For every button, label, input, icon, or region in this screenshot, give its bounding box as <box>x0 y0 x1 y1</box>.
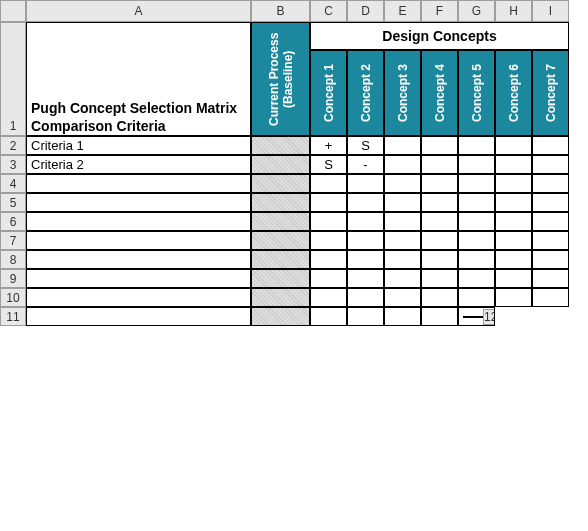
cell-G8[interactable] <box>458 250 495 269</box>
cell-E3[interactable] <box>384 155 421 174</box>
cell-F11[interactable] <box>421 307 458 326</box>
cell-E5[interactable] <box>384 193 421 212</box>
cell-B4[interactable] <box>251 174 310 193</box>
cell-H11[interactable] <box>463 316 473 318</box>
matrix-title[interactable]: Pugh Concept Selection Matrix Comparison… <box>26 22 251 136</box>
cell-C11[interactable] <box>310 307 347 326</box>
cell-E6[interactable] <box>384 212 421 231</box>
cell-G5[interactable] <box>458 193 495 212</box>
cell-A5[interactable] <box>26 193 251 212</box>
baseline-header[interactable]: Current Process (Baseline) <box>251 22 310 136</box>
row-header-3[interactable]: 3 <box>0 155 26 174</box>
cell-I11[interactable] <box>473 316 483 318</box>
cell-C3[interactable]: S <box>310 155 347 174</box>
cell-G6[interactable] <box>458 212 495 231</box>
cell-F2[interactable] <box>421 136 458 155</box>
cell-C4[interactable] <box>310 174 347 193</box>
cell-F4[interactable] <box>421 174 458 193</box>
cell-I3[interactable] <box>532 155 569 174</box>
cell-G9[interactable] <box>458 269 495 288</box>
cell-F8[interactable] <box>421 250 458 269</box>
cell-A3[interactable]: Criteria 2 <box>26 155 251 174</box>
cell-D3[interactable]: - <box>347 155 384 174</box>
cell-E8[interactable] <box>384 250 421 269</box>
cell-I9[interactable] <box>532 269 569 288</box>
cell-B7[interactable] <box>251 231 310 250</box>
cell-H5[interactable] <box>495 193 532 212</box>
row-header-12[interactable]: 12 <box>483 309 495 325</box>
col-header-E[interactable]: E <box>384 0 421 22</box>
cell-D8[interactable] <box>347 250 384 269</box>
row-header-7[interactable]: 7 <box>0 231 26 250</box>
cell-G3[interactable] <box>458 155 495 174</box>
concept-1-header[interactable]: Concept 1 <box>310 50 347 136</box>
concept-4-header[interactable]: Concept 4 <box>421 50 458 136</box>
cell-I8[interactable] <box>532 250 569 269</box>
cell-I6[interactable] <box>532 212 569 231</box>
row-header-2[interactable]: 2 <box>0 136 26 155</box>
row-header-6[interactable]: 6 <box>0 212 26 231</box>
col-header-H[interactable]: H <box>495 0 532 22</box>
row-header-9[interactable]: 9 <box>0 269 26 288</box>
cell-C9[interactable] <box>310 269 347 288</box>
cell-I7[interactable] <box>532 231 569 250</box>
cell-A10[interactable] <box>26 288 251 307</box>
cell-D9[interactable] <box>347 269 384 288</box>
cell-A11[interactable] <box>26 307 251 326</box>
cell-H6[interactable] <box>495 212 532 231</box>
cell-C5[interactable] <box>310 193 347 212</box>
cell-C8[interactable] <box>310 250 347 269</box>
cell-D7[interactable] <box>347 231 384 250</box>
col-header-I[interactable]: I <box>532 0 569 22</box>
cell-C6[interactable] <box>310 212 347 231</box>
cell-F6[interactable] <box>421 212 458 231</box>
cell-I10[interactable] <box>532 288 569 307</box>
concept-7-header[interactable]: Concept 7 <box>532 50 569 136</box>
cell-D4[interactable] <box>347 174 384 193</box>
cell-F10[interactable] <box>421 288 458 307</box>
col-header-C[interactable]: C <box>310 0 347 22</box>
cell-B2[interactable] <box>251 136 310 155</box>
cell-B8[interactable] <box>251 250 310 269</box>
cell-A4[interactable] <box>26 174 251 193</box>
cell-C2[interactable]: + <box>310 136 347 155</box>
concept-3-header[interactable]: Concept 3 <box>384 50 421 136</box>
cell-D2[interactable]: S <box>347 136 384 155</box>
cell-E4[interactable] <box>384 174 421 193</box>
cell-E2[interactable] <box>384 136 421 155</box>
cell-F5[interactable] <box>421 193 458 212</box>
row-header-11[interactable]: 11 <box>0 307 26 326</box>
cell-H4[interactable] <box>495 174 532 193</box>
cell-F3[interactable] <box>421 155 458 174</box>
cell-G7[interactable] <box>458 231 495 250</box>
cell-D11[interactable] <box>347 307 384 326</box>
cell-E9[interactable] <box>384 269 421 288</box>
cell-I2[interactable] <box>532 136 569 155</box>
col-header-B[interactable]: B <box>251 0 310 22</box>
cell-A8[interactable] <box>26 250 251 269</box>
row-header-10[interactable]: 10 <box>0 288 26 307</box>
cell-I4[interactable] <box>532 174 569 193</box>
concept-5-header[interactable]: Concept 5 <box>458 50 495 136</box>
cell-E10[interactable] <box>384 288 421 307</box>
cell-H2[interactable] <box>495 136 532 155</box>
cell-H3[interactable] <box>495 155 532 174</box>
concept-2-header[interactable]: Concept 2 <box>347 50 384 136</box>
col-header-A[interactable]: A <box>26 0 251 22</box>
cell-A2[interactable]: Criteria 1 <box>26 136 251 155</box>
cell-B5[interactable] <box>251 193 310 212</box>
cell-B3[interactable] <box>251 155 310 174</box>
cell-C10[interactable] <box>310 288 347 307</box>
cell-G10[interactable] <box>458 288 495 307</box>
concept-6-header[interactable]: Concept 6 <box>495 50 532 136</box>
cell-D5[interactable] <box>347 193 384 212</box>
select-all-corner[interactable] <box>0 0 26 22</box>
cell-A7[interactable] <box>26 231 251 250</box>
cell-B11[interactable] <box>251 307 310 326</box>
cell-G2[interactable] <box>458 136 495 155</box>
cell-H9[interactable] <box>495 269 532 288</box>
cell-H10[interactable] <box>495 288 532 307</box>
cell-B6[interactable] <box>251 212 310 231</box>
cell-H8[interactable] <box>495 250 532 269</box>
col-header-D[interactable]: D <box>347 0 384 22</box>
